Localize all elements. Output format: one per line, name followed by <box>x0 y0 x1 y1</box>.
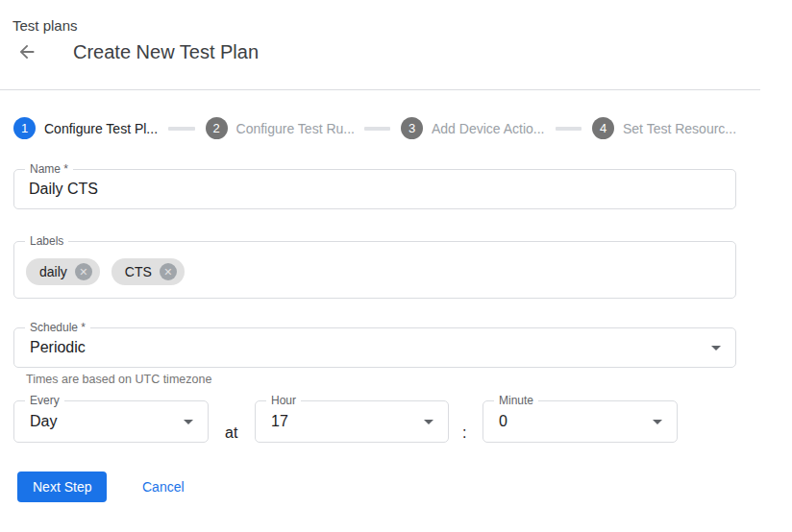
at-text: at <box>225 424 237 442</box>
name-input[interactable] <box>14 170 735 208</box>
every-select[interactable]: Every Day <box>13 400 209 443</box>
cancel-button[interactable]: Cancel <box>135 472 192 502</box>
minute-selected-value: 0 <box>499 413 507 430</box>
step-1-label: Configure Test Pl... <box>44 121 158 136</box>
labels-field-label: Labels <box>25 234 68 248</box>
stepper-connector <box>556 127 582 131</box>
chip-daily[interactable]: daily ✕ <box>26 258 100 285</box>
hour-selected-value: 17 <box>271 413 288 430</box>
schedule-select-label: Schedule * <box>25 321 90 334</box>
breadcrumb: Test plans <box>12 17 78 34</box>
header-divider <box>0 89 760 90</box>
chevron-down-icon <box>711 346 721 351</box>
step-3-badge: 3 <box>401 117 423 139</box>
stepper-step-3[interactable]: 3 Add Device Actio... <box>401 117 545 139</box>
chevron-down-icon <box>424 420 433 424</box>
arrow-back-icon <box>16 51 37 65</box>
schedule-selected-value: Periodic <box>30 339 86 356</box>
chip-remove-icon[interactable]: ✕ <box>160 263 177 280</box>
stepper-step-2[interactable]: 2 Configure Test Ru... <box>206 117 354 139</box>
chip-cts[interactable]: CTS ✕ <box>111 258 185 285</box>
stepper-connector <box>168 127 194 131</box>
name-field[interactable]: Name * <box>13 169 736 209</box>
stepper-step-1[interactable]: 1 Configure Test Pl... <box>13 117 158 139</box>
step-1-badge: 1 <box>13 117 36 139</box>
chip-remove-icon[interactable]: ✕ <box>75 263 92 280</box>
stepper-step-4[interactable]: 4 Set Test Resourc... <box>592 117 736 139</box>
stepper-connector <box>364 127 390 131</box>
stepper: 1 Configure Test Pl... 2 Configure Test … <box>13 117 736 139</box>
step-2-label: Configure Test Ru... <box>236 121 354 136</box>
back-button[interactable] <box>15 41 38 64</box>
minute-select-label: Minute <box>494 394 538 407</box>
chip-label: CTS <box>125 264 152 279</box>
schedule-helper-text: Times are based on UTC timezone <box>26 373 211 386</box>
chip-label: daily <box>39 264 67 279</box>
colon-text: : <box>462 424 466 442</box>
labels-field[interactable]: Labels daily ✕ CTS ✕ <box>13 241 736 299</box>
step-4-badge: 4 <box>592 117 614 139</box>
chips-row: daily ✕ CTS ✕ <box>26 258 185 285</box>
schedule-select[interactable]: Schedule * Periodic <box>13 327 736 368</box>
step-2-badge: 2 <box>206 117 228 139</box>
every-select-label: Every <box>25 394 64 407</box>
every-selected-value: Day <box>30 413 57 430</box>
step-4-label: Set Test Resourc... <box>623 121 736 136</box>
next-step-button[interactable]: Next Step <box>17 472 107 502</box>
hour-select[interactable]: Hour 17 <box>255 400 449 443</box>
hour-select-label: Hour <box>266 394 301 407</box>
chevron-down-icon <box>653 420 662 424</box>
minute-select[interactable]: Minute 0 <box>483 400 678 443</box>
step-3-label: Add Device Actio... <box>432 121 545 136</box>
chevron-down-icon <box>184 420 193 424</box>
page-title: Create New Test Plan <box>73 41 259 63</box>
